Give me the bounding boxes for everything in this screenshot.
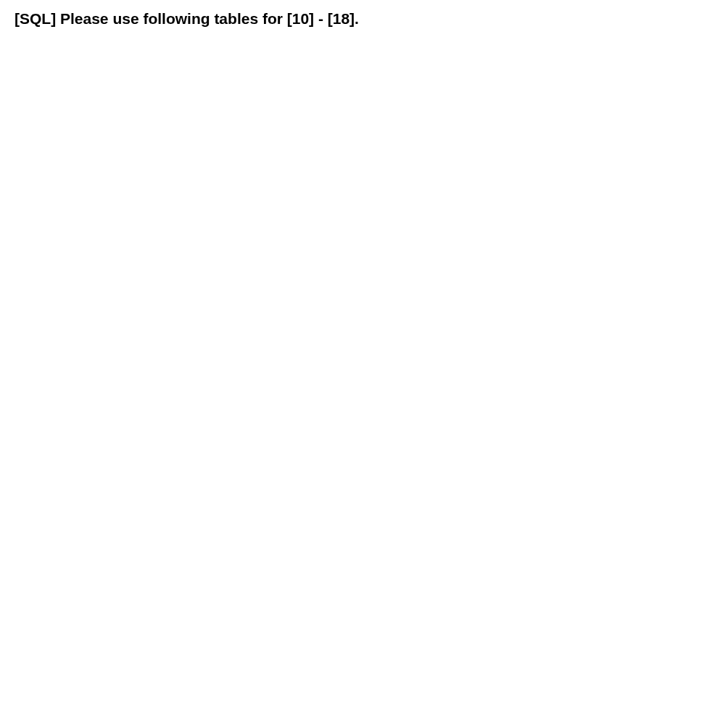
page-title: [SQL] Please use following tables for [1… <box>15 10 728 28</box>
